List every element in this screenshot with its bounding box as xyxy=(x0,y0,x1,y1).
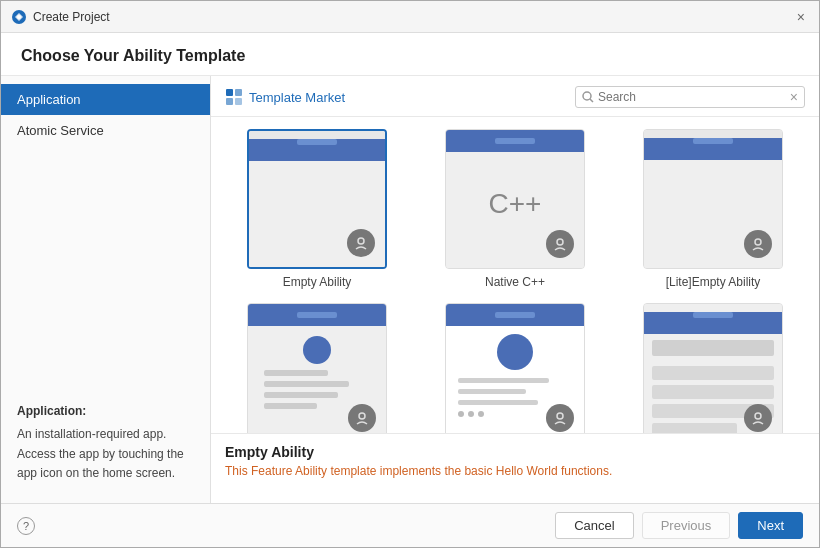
card-detail-badge xyxy=(546,404,574,432)
template-thumb-lite-empty xyxy=(643,129,783,269)
selected-info-desc: This Feature Ability template implements… xyxy=(225,464,805,478)
template-thumb-native-cpp: C++ xyxy=(445,129,585,269)
native-cpp-label: Native C++ xyxy=(485,275,545,289)
svg-rect-2 xyxy=(226,89,233,96)
main-toolbar: Template Market × xyxy=(211,76,819,117)
profile-badge xyxy=(348,404,376,432)
empty-ability-badge xyxy=(347,229,375,257)
svg-point-13 xyxy=(755,413,761,419)
template-card-native-cpp[interactable]: C++ Native C++ xyxy=(423,129,607,289)
svg-point-8 xyxy=(358,238,364,244)
template-card-empty-ability[interactable]: Empty Ability xyxy=(225,129,409,289)
next-button[interactable]: Next xyxy=(738,512,803,539)
cancel-button[interactable]: Cancel xyxy=(555,512,633,539)
template-thumb-card-detail xyxy=(445,303,585,433)
template-thumb-empty-ability xyxy=(247,129,387,269)
search-box: × xyxy=(575,86,805,108)
footer-help: ? xyxy=(17,517,35,535)
empty-ability-label: Empty Ability xyxy=(283,275,352,289)
template-market-label: Template Market xyxy=(249,90,345,105)
template-market-icon xyxy=(225,88,243,106)
svg-point-6 xyxy=(583,92,591,100)
sidebar: Application Atomic Service Application: … xyxy=(1,76,211,503)
template-thumb-list xyxy=(643,303,783,433)
svg-point-10 xyxy=(755,239,761,245)
svg-rect-3 xyxy=(235,89,242,96)
app-icon xyxy=(11,9,27,25)
native-cpp-badge xyxy=(546,230,574,258)
svg-line-7 xyxy=(590,99,593,102)
sidebar-top: Application Atomic Service xyxy=(1,84,210,146)
svg-rect-4 xyxy=(226,98,233,105)
template-card-profile[interactable] xyxy=(225,303,409,433)
template-thumb-profile xyxy=(247,303,387,433)
sidebar-desc-title: Application: xyxy=(17,402,194,421)
title-bar-left: Create Project xyxy=(11,9,110,25)
dialog-footer: ? Cancel Previous Next xyxy=(1,503,819,547)
search-icon xyxy=(582,91,594,103)
dialog-body: Application Atomic Service Application: … xyxy=(1,76,819,503)
svg-point-12 xyxy=(557,413,563,419)
list-badge xyxy=(744,404,772,432)
template-card-card-detail[interactable] xyxy=(423,303,607,433)
sidebar-item-atomic-service[interactable]: Atomic Service xyxy=(1,115,210,146)
svg-rect-5 xyxy=(235,98,242,105)
cpp-icon: C++ xyxy=(489,188,542,220)
help-icon[interactable]: ? xyxy=(17,517,35,535)
title-bar: Create Project × xyxy=(1,1,819,33)
search-clear-button[interactable]: × xyxy=(790,90,798,104)
toolbar-left: Template Market xyxy=(225,88,345,106)
template-card-list[interactable] xyxy=(621,303,805,433)
sidebar-item-application[interactable]: Application xyxy=(1,84,210,115)
search-input[interactable] xyxy=(598,90,786,104)
footer-buttons: Cancel Previous Next xyxy=(555,512,803,539)
title-bar-text: Create Project xyxy=(33,10,110,24)
sidebar-desc-text: An installation-required app. Access the… xyxy=(17,425,194,483)
sidebar-description: Application: An installation-required ap… xyxy=(1,390,210,495)
lite-empty-badge xyxy=(744,230,772,258)
selected-info-title: Empty Ability xyxy=(225,444,805,460)
svg-point-11 xyxy=(359,413,365,419)
template-card-lite-empty[interactable]: [Lite]Empty Ability xyxy=(621,129,805,289)
main-panel: Template Market × xyxy=(211,76,819,503)
create-project-dialog: Create Project × Choose Your Ability Tem… xyxy=(0,0,820,548)
close-button[interactable]: × xyxy=(793,8,809,26)
svg-point-9 xyxy=(557,239,563,245)
dialog-heading: Choose Your Ability Template xyxy=(1,33,819,76)
lite-empty-label: [Lite]Empty Ability xyxy=(666,275,761,289)
svg-point-1 xyxy=(17,15,21,19)
templates-grid: Empty Ability C++ xyxy=(211,117,819,433)
previous-button[interactable]: Previous xyxy=(642,512,731,539)
selected-info-section: Empty Ability This Feature Ability templ… xyxy=(211,433,819,503)
